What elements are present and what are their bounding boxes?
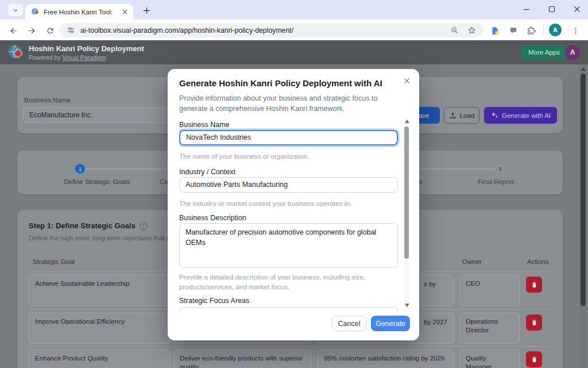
browser-tabstrip: Free Hoshin Kanri Tool: Plan & I (0, 0, 588, 20)
tab-close-button[interactable] (120, 7, 129, 17)
page-scrollbar[interactable] (579, 64, 587, 368)
maximize-icon (548, 6, 555, 13)
generate-button[interactable]: Generate (371, 316, 410, 331)
measure-input[interactable]: 95% customer satisfaction rating by 2026 (318, 350, 454, 368)
modal-form-body: Business Name NovaTech Industries The na… (179, 117, 402, 313)
doc-plus-icon (490, 26, 500, 36)
step1-title-row: Step 1: Define Strategic Goals ? (29, 221, 148, 230)
window-close-button[interactable] (570, 2, 585, 16)
omnibox-actions (450, 25, 477, 35)
tab-favicon-icon (31, 7, 40, 16)
forward-button[interactable] (25, 24, 38, 37)
strategic-focus-areas-label: Strategic Focus Areas (179, 297, 249, 305)
powered-by-text: Powered by Visual Paradigm (29, 54, 106, 61)
column-header-goal: Strategic Goal (33, 258, 75, 265)
visual-paradigm-link[interactable]: Visual Paradigm (62, 54, 106, 61)
business-description-textarea[interactable]: Manufacturer of precision automotive com… (179, 223, 398, 268)
plus-icon (143, 7, 150, 14)
drive-doc-extension-icon[interactable] (489, 25, 501, 36)
app-header: Hoshin Kanri Policy Deployment Powered b… (0, 40, 588, 64)
modal-close-button[interactable] (401, 75, 412, 86)
extensions-icon[interactable] (525, 25, 536, 36)
bookmark-star-icon[interactable] (467, 25, 477, 35)
address-bar[interactable]: ai-toolbox.visual-paradigm.com/app/hoshi… (60, 23, 483, 37)
industry-input[interactable]: Automotive Parts Manufacturing (179, 177, 398, 193)
more-apps-button[interactable]: More Apps (521, 45, 567, 59)
modal-scrollbar-thumb[interactable] (404, 126, 409, 259)
feedback-icon[interactable] (508, 25, 519, 36)
modal-description: Provide information about your business … (179, 93, 404, 114)
step-5-circle[interactable]: 5 (496, 164, 505, 174)
scrollbar-thumb[interactable] (581, 74, 586, 306)
back-button[interactable] (7, 24, 20, 37)
owner-input[interactable]: CEO (459, 275, 520, 306)
speech-bubble-icon (509, 26, 518, 35)
window-maximize-button[interactable] (544, 2, 559, 16)
browser-menu-button[interactable] (570, 25, 581, 36)
app-title: Hoshin Kanri Policy Deployment (29, 44, 144, 53)
zoom-icon[interactable] (450, 26, 459, 35)
browser-tab[interactable]: Free Hoshin Kanri Tool: Plan & I (25, 4, 133, 20)
delete-row-button[interactable] (526, 277, 542, 293)
owner-input[interactable]: Operations Director (459, 313, 520, 344)
user-avatar[interactable]: A (565, 45, 580, 60)
business-description-label: Business Description (179, 214, 246, 222)
trash-icon (531, 281, 538, 289)
window-minimize-button[interactable] (519, 2, 534, 16)
chevron-down-icon (12, 7, 19, 14)
kebab-menu-icon (571, 26, 580, 35)
step-1-label: Define Strategic Goals (40, 178, 154, 185)
screen: Free Hoshin Kanri Tool: Plan & I ai-tool… (0, 0, 588, 368)
column-header-actions: Actions (527, 258, 549, 265)
goal-input[interactable]: Achieve Sustainable Leadership (29, 275, 171, 306)
business-name-label: Business Name (24, 97, 71, 103)
delete-row-button[interactable] (526, 315, 542, 331)
scroll-up-arrow-icon[interactable] (405, 120, 409, 123)
description-input[interactable]: Deliver eco-friendly products with super… (173, 350, 311, 368)
business-name-input[interactable]: NovaTech Industries (179, 130, 398, 145)
tab-title: Free Hoshin Kanri Tool: Plan & I (44, 9, 114, 16)
step-5-label: Final Report (466, 178, 526, 185)
goal-input[interactable]: Enhance Product Quality (29, 350, 171, 368)
site-settings-icon[interactable] (67, 26, 75, 34)
trash-icon (531, 319, 538, 327)
toolbar-divider (543, 25, 544, 34)
business-description-help: Provide a detailed description of your b… (179, 273, 386, 292)
step1-title: Step 1: Define Strategic Goals (29, 221, 136, 230)
browser-profile-avatar[interactable]: A (549, 24, 562, 36)
delete-row-button[interactable] (526, 351, 542, 367)
goal-row: Enhance Product Quality Deliver eco-frie… (17, 350, 563, 368)
trash-icon (531, 356, 538, 363)
step1-subtitle: Define the high-level, long-term objecti… (29, 235, 170, 241)
scroll-up-arrow-icon[interactable] (581, 67, 586, 71)
scroll-down-arrow-icon[interactable] (405, 304, 409, 307)
new-tab-button[interactable] (140, 5, 153, 16)
generate-with-ai-button[interactable]: Generate with AI (484, 107, 557, 124)
url-text[interactable]: ai-toolbox.visual-paradigm.com/app/hoshi… (80, 26, 293, 34)
goal-input[interactable]: Improve Operational Efficiency (29, 313, 171, 344)
reload-button[interactable] (44, 24, 56, 37)
measure-text-fragment: by 2027 (424, 318, 447, 327)
business-name-help: The name of your business or organizatio… (179, 152, 310, 162)
load-button[interactable]: Load (444, 107, 479, 124)
puzzle-icon (526, 26, 536, 36)
reload-icon (46, 26, 55, 35)
modal-title: Generate Hoshin Kanri Policy Deployment … (179, 78, 382, 88)
cancel-button[interactable]: Cancel (332, 316, 366, 331)
industry-help: The industry or market context your busi… (179, 199, 351, 209)
forward-arrow-icon (27, 26, 37, 36)
tab-search-button[interactable] (8, 4, 23, 16)
sparkles-icon (490, 112, 498, 119)
business-name-label: Business Name (179, 121, 230, 129)
step-1-circle[interactable]: 1 (75, 164, 85, 174)
table-divider (29, 346, 551, 347)
upload-icon (449, 112, 457, 119)
window-controls (519, 2, 585, 16)
close-icon (122, 9, 127, 14)
close-icon (404, 78, 410, 84)
measure-text-fragment: s by (424, 280, 436, 289)
strategic-focus-areas-input[interactable] (179, 307, 398, 313)
column-header-owner: Owner (462, 258, 482, 265)
owner-input[interactable]: Quality Manager (459, 350, 520, 368)
help-icon[interactable]: ? (140, 222, 148, 230)
